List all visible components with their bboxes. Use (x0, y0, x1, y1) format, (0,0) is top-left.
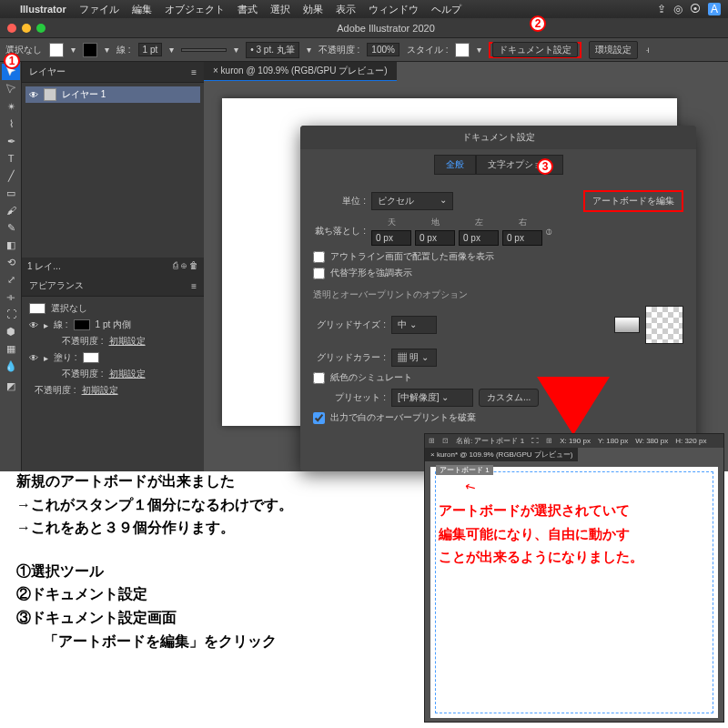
pen-tool[interactable]: ✒ (2, 133, 20, 149)
preset-select[interactable]: [中解像度] ⌄ (391, 389, 473, 407)
align-icon[interactable]: ⫞ (645, 45, 650, 55)
status-icon-2[interactable]: ◎ (673, 3, 682, 15)
discard-white-overprint-checkbox[interactable] (313, 412, 325, 424)
layer-name[interactable]: レイヤー 1 (62, 88, 106, 101)
stroke-row-val[interactable]: 1 pt 内側 (96, 318, 131, 331)
appearance-panel-header[interactable]: アピアランス≡ (22, 276, 204, 297)
callout-2: 2 (530, 15, 546, 32)
direct-selection-tool[interactable] (2, 81, 20, 97)
stroke-color-swatch[interactable] (74, 319, 90, 330)
dialog-tab-general[interactable]: 全般 (434, 155, 476, 175)
eraser-tool[interactable]: ◧ (2, 237, 20, 253)
highlight-glyphs-checkbox[interactable] (313, 268, 325, 279)
menu-help[interactable]: ヘルプ (431, 3, 461, 16)
window-titlebar: Adobe Illustrator 2020 (0, 18, 728, 38)
brush-select[interactable]: • 3 pt. 丸筆 (246, 42, 299, 58)
mini-x[interactable]: X: 190 px (560, 437, 591, 445)
line-tool[interactable]: ╱ (2, 167, 20, 184)
layer-row[interactable]: 👁 レイヤー 1 (25, 86, 200, 103)
zoom-icon[interactable] (36, 24, 46, 33)
grid-preview-light (614, 317, 640, 333)
bleed-top-hdr: 天 (388, 217, 396, 228)
close-icon[interactable] (7, 24, 16, 33)
bleed-left-hdr: 左 (475, 217, 483, 228)
eyedropper-tool[interactable]: 💧 (2, 358, 20, 374)
custom-button[interactable]: カスタム... (479, 389, 539, 407)
menu-edit[interactable]: 編集 (132, 3, 152, 16)
caption-l2: →これがスタンプ１個分になるわけです。 (16, 493, 408, 517)
stroke-row-label: 線 : (54, 318, 68, 331)
bleed-left-input[interactable]: 0 px (459, 230, 499, 246)
mini-w[interactable]: W: 380 px (635, 437, 668, 445)
shape-builder-tool[interactable]: ⬢ (2, 323, 20, 339)
rectangle-tool[interactable]: ▭ (2, 185, 20, 201)
grid-size-select[interactable]: 中 ⌄ (391, 316, 437, 334)
opacity3-val[interactable]: 初期設定 (82, 384, 118, 397)
bleed-right-input[interactable]: 0 px (502, 230, 542, 246)
bleed-bottom-input[interactable]: 0 px (415, 230, 455, 246)
annotation-red-text: アートボードが選択されていて 編集可能になり、自由に動かす ことが出来るようにな… (439, 499, 713, 569)
menu-select[interactable]: 選択 (270, 3, 290, 16)
visibility-icon[interactable]: 👁 (29, 90, 38, 100)
edit-artboards-button[interactable]: アートボードを編集 (583, 190, 683, 212)
simulate-paper-checkbox[interactable] (313, 372, 325, 384)
outline-images-checkbox[interactable] (313, 251, 325, 263)
mini-name[interactable]: 名前: アートボード 1 (456, 436, 524, 446)
shaper-tool[interactable]: ✎ (2, 219, 20, 236)
mini-y[interactable]: Y: 180 px (598, 437, 628, 445)
stroke-profile[interactable] (181, 48, 227, 52)
menu-window[interactable]: ウィンドウ (369, 3, 419, 16)
opacity2-val[interactable]: 初期設定 (109, 368, 146, 380)
opacity-input[interactable]: 100% (367, 43, 399, 56)
bleed-top-input[interactable]: 0 px (371, 230, 411, 246)
mini-h[interactable]: H: 320 px (675, 437, 706, 445)
stroke-label: 線 : (116, 44, 131, 56)
status-icon-1[interactable]: ⇪ (657, 3, 666, 15)
app-name[interactable]: Illustrator (20, 4, 66, 15)
width-tool[interactable]: ⟛ (2, 288, 20, 305)
mini-artboard-label: アートボード 1 (436, 465, 493, 475)
grid-color-select[interactable]: ▦ 明 ⌄ (391, 349, 437, 367)
type-tool[interactable]: T (2, 150, 20, 167)
status-icon-3[interactable]: ⦿ (690, 3, 701, 15)
gradient-tool[interactable]: ▦ (2, 340, 20, 357)
callout-1: 1 (4, 53, 20, 69)
link-bleed-icon[interactable]: ⦶ (546, 226, 551, 237)
free-transform-tool[interactable]: ⛶ (2, 306, 20, 322)
scale-tool[interactable]: ⤢ (2, 271, 20, 288)
fill-stroke-swatch[interactable]: ◩ (2, 375, 20, 397)
appearance-panel: 選択なし 👁▸線 :1 pt 内側 不透明度 :初期設定 👁▸塗り : 不透明度… (22, 297, 204, 471)
status-icon-4[interactable]: A (708, 3, 721, 15)
menu-file[interactable]: ファイル (79, 3, 119, 16)
outline-images-label: アウトライン画面で配置した画像を表示 (330, 250, 494, 263)
caption-l1: 新規のアートボードが出来ました (16, 470, 408, 493)
grid-color-label: グリッドカラー : (313, 351, 386, 364)
layers-footer: 1 レイ... ⎙ ⊕ 🗑 (22, 258, 204, 276)
lasso-tool[interactable]: ⌇ (2, 116, 20, 132)
minimize-icon[interactable] (22, 24, 31, 33)
menu-object[interactable]: オブジェクト (165, 3, 225, 16)
stroke-swatch[interactable] (83, 43, 97, 57)
fill-color-swatch[interactable] (83, 352, 99, 363)
stroke-weight-input[interactable]: 1 pt (138, 43, 163, 56)
layers-panel-header[interactable]: レイヤー≡ (22, 62, 204, 83)
highlight-glyphs-label: 代替字形を強調表示 (330, 267, 412, 279)
magic-wand-tool[interactable]: ✴ (2, 98, 20, 115)
menu-effect[interactable]: 効果 (303, 3, 323, 16)
appearance-swatch[interactable] (29, 303, 46, 314)
discard-white-overprint-label: 出力で白のオーバープリントを破棄 (330, 411, 476, 424)
opacity-row-val[interactable]: 初期設定 (109, 335, 146, 348)
rotate-tool[interactable]: ⟲ (2, 254, 20, 270)
document-tab[interactable]: × kuron @ 109.9% (RGB/GPU プレビュー) (204, 62, 397, 81)
menu-type[interactable]: 書式 (238, 3, 258, 16)
menu-view[interactable]: 表示 (336, 3, 356, 16)
prefs-button[interactable]: 環境設定 (589, 41, 638, 59)
mini-document-tab[interactable]: × kuron* @ 109.9% (RGB/GPU プレビュー) (425, 448, 578, 461)
grid-size-label: グリッドサイズ : (313, 318, 386, 331)
brush-tool[interactable]: 🖌 (2, 202, 20, 218)
unit-select[interactable]: ピクセル ⌄ (371, 192, 453, 210)
doc-setup-button[interactable]: ドキュメント設定 (492, 42, 578, 57)
style-swatch[interactable] (455, 43, 470, 57)
layer-actions[interactable]: ⎙ ⊕ 🗑 (173, 260, 198, 273)
fill-swatch[interactable] (49, 43, 64, 57)
